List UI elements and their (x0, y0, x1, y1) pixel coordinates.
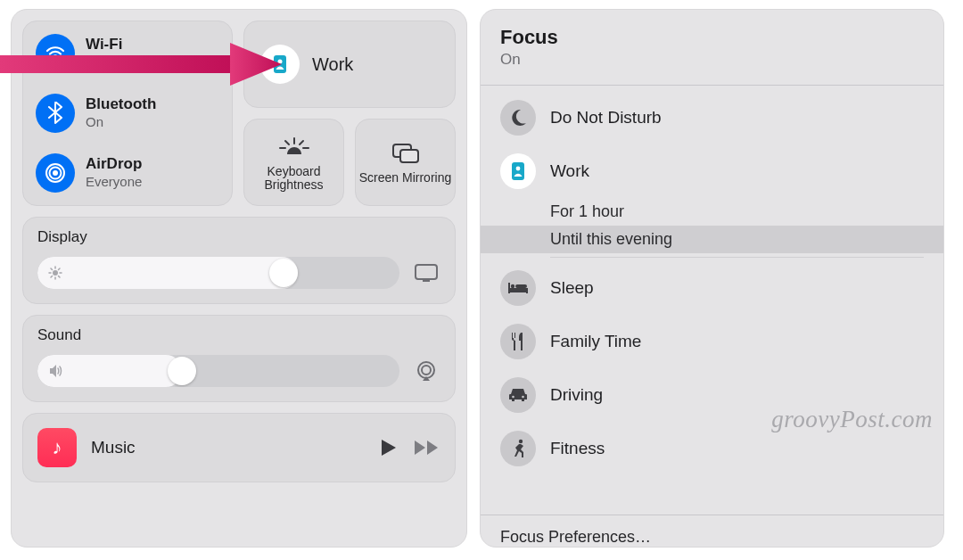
keyboard-brightness-button[interactable]: Keyboard Brightness (243, 119, 344, 206)
focus-duration-option[interactable]: For 1 hour (481, 198, 943, 226)
svg-rect-29 (508, 283, 510, 293)
airdrop-toggle[interactable]: AirDrop Everyone (36, 153, 219, 193)
wifi-network: lion-luma (86, 55, 140, 70)
control-center-panel: Wi-Fi lion-luma Bluetooth On (11, 9, 467, 548)
display-slider[interactable] (37, 257, 399, 289)
svg-line-7 (285, 141, 289, 144)
svg-point-34 (522, 396, 524, 399)
svg-rect-30 (526, 288, 528, 293)
speaker-icon (48, 364, 64, 378)
bluetooth-toggle[interactable]: Bluetooth On (36, 94, 219, 133)
airdrop-status: Everyone (86, 175, 142, 190)
music-app-icon: ♪ (37, 428, 77, 467)
screen-mirroring-icon (391, 139, 421, 168)
runner-icon (500, 431, 536, 466)
focus-mode-label: Family Time (550, 332, 641, 351)
focus-mode-label: Do Not Disturb (550, 108, 662, 128)
sound-slider[interactable] (37, 355, 399, 387)
wifi-icon (36, 34, 75, 73)
svg-rect-4 (274, 55, 286, 73)
svg-point-31 (511, 284, 514, 288)
keyboard-brightness-label: Keyboard Brightness (244, 165, 343, 193)
svg-rect-28 (508, 288, 528, 292)
svg-rect-22 (416, 265, 437, 279)
watermark: groovyPost.com (771, 406, 933, 433)
focus-title: Focus (500, 26, 924, 49)
connectivity-card: Wi-Fi lion-luma Bluetooth On (22, 21, 233, 206)
music-label: Music (91, 438, 366, 457)
bluetooth-status: On (86, 115, 156, 130)
focus-mode-work[interactable]: Work (481, 144, 943, 198)
svg-point-35 (519, 440, 523, 443)
svg-point-0 (54, 58, 56, 61)
focus-preferences-link[interactable]: Focus Preferences… (481, 515, 943, 547)
focus-mode-sleep[interactable]: Sleep (481, 261, 943, 315)
svg-point-25 (422, 366, 431, 375)
bluetooth-title: Bluetooth (86, 96, 156, 113)
wifi-toggle[interactable]: Wi-Fi lion-luma (36, 34, 219, 73)
sound-label: Sound (37, 326, 440, 344)
badge-icon (500, 153, 536, 189)
badge-icon (260, 45, 300, 84)
svg-point-1 (53, 170, 58, 176)
focus-mode-label: Driving (550, 385, 603, 405)
car-icon (500, 377, 536, 413)
focus-mode-dnd[interactable]: Do Not Disturb (481, 91, 943, 144)
focus-mode-label: Sleep (550, 278, 594, 298)
focus-mode-label: Fitness (550, 439, 605, 458)
svg-rect-26 (512, 162, 524, 180)
svg-line-21 (59, 268, 61, 270)
svg-point-13 (53, 270, 58, 276)
music-card: ♪ Music (22, 413, 456, 482)
focus-panel: Focus On Do Not Disturb Work For 1 hour … (480, 9, 944, 548)
focus-mode-family[interactable]: Family Time (481, 315, 943, 368)
focus-tile[interactable]: Work (243, 21, 456, 108)
svg-rect-12 (400, 150, 418, 162)
svg-point-33 (512, 396, 514, 399)
focus-state: On (500, 51, 924, 69)
keyboard-brightness-icon (278, 133, 310, 161)
utensils-icon (500, 324, 536, 359)
svg-line-18 (51, 268, 53, 270)
display-label: Display (37, 228, 440, 246)
svg-line-19 (59, 276, 61, 278)
wifi-title: Wi-Fi (86, 37, 140, 54)
svg-point-5 (278, 60, 283, 64)
moon-icon (500, 100, 536, 136)
sun-icon (48, 266, 62, 280)
sound-card: Sound (22, 315, 456, 402)
screen-mirroring-button[interactable]: Screen Mirroring (355, 119, 456, 206)
focus-tile-label: Work (312, 54, 353, 75)
svg-point-24 (418, 362, 434, 378)
svg-point-27 (516, 167, 521, 171)
bluetooth-icon (36, 94, 75, 133)
bed-icon (500, 270, 536, 306)
svg-line-20 (51, 276, 53, 278)
airdrop-icon (36, 153, 75, 193)
display-expand-icon[interactable] (412, 259, 440, 286)
display-card: Display (22, 217, 456, 304)
svg-line-8 (300, 141, 303, 144)
airdrop-title: AirDrop (86, 156, 142, 173)
focus-mode-label: Work (550, 161, 589, 181)
play-button[interactable] (380, 438, 398, 457)
svg-rect-32 (515, 284, 527, 288)
screen-mirroring-label: Screen Mirroring (359, 171, 451, 185)
next-track-button[interactable] (414, 439, 440, 457)
airplay-audio-icon[interactable] (412, 358, 440, 384)
focus-duration-option[interactable]: Until this evening (481, 226, 943, 253)
